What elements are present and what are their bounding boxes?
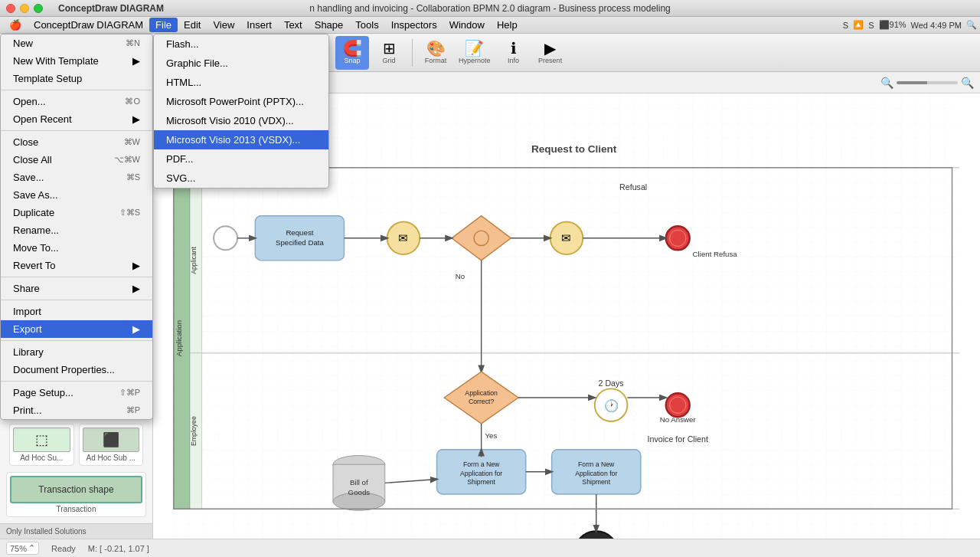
- menu-help[interactable]: Help: [491, 18, 524, 32]
- menu-insert[interactable]: Insert: [240, 18, 278, 32]
- app-name: ConceptDraw DIAGRAM: [58, 3, 164, 14]
- menu-inspectors[interactable]: Inspectors: [385, 18, 443, 32]
- menubar-right-items: S 🔼 S ⬛91% Wed 4:49 PM 🔍: [843, 20, 977, 30]
- menu-file[interactable]: File: [149, 18, 178, 32]
- menu-close[interactable]: Close ⌘W: [1, 133, 152, 151]
- menu-apple[interactable]: 🍎: [3, 18, 28, 32]
- menu-conceptdraw[interactable]: ConceptDraw DIAGRAM: [28, 18, 149, 32]
- menu-window[interactable]: Window: [443, 18, 491, 32]
- hypernote-icon: 📝: [465, 41, 484, 56]
- divider-3: [1, 277, 152, 277]
- arrow-icon: ▶: [132, 55, 140, 67]
- grid-icon: ⊞: [383, 41, 396, 56]
- export-graphic-file[interactable]: Graphic File...: [154, 54, 328, 73]
- zoom-select[interactable]: 75% ⌃: [6, 542, 39, 555]
- zoom-out-icon[interactable]: 🔍: [880, 77, 893, 89]
- svg-text:Applicant: Applicant: [190, 246, 198, 274]
- menu-open[interactable]: Open... ⌘O: [1, 93, 152, 110]
- menu-library[interactable]: Library: [1, 343, 152, 361]
- status-zoom-area: 75% ⌃: [6, 542, 39, 555]
- zoom-chevron-icon: ⌃: [28, 543, 35, 553]
- svg-text:Request: Request: [286, 228, 313, 237]
- svg-text:No Answer: No Answer: [660, 415, 697, 424]
- menu-print[interactable]: Print... ⌘P: [1, 401, 152, 419]
- menu-import[interactable]: Import: [1, 303, 152, 320]
- export-powerpoint[interactable]: Microsoft PowerPoint (PPTX)...: [154, 92, 328, 111]
- menu-edit[interactable]: Edit: [178, 18, 207, 32]
- svg-text:Specified Data: Specified Data: [276, 238, 325, 247]
- lib-transaction: Transaction shape Transaction: [6, 472, 146, 517]
- grid-label: Grid: [383, 57, 396, 64]
- toolbar-hypernote[interactable]: 📝 Hypernote: [456, 36, 494, 70]
- menu-share[interactable]: Share ▶: [1, 280, 152, 297]
- export-html[interactable]: HTML...: [154, 73, 328, 92]
- menu-view[interactable]: View: [207, 18, 240, 32]
- toolbar-present[interactable]: ▶ Present: [534, 36, 567, 70]
- export-svg[interactable]: SVG...: [154, 169, 328, 188]
- installed-solutions-label: Only Installed Solutions: [6, 527, 87, 536]
- menu-page-setup[interactable]: Page Setup... ⇧⌘P: [1, 384, 152, 401]
- menu-save-as[interactable]: Save As...: [1, 186, 152, 204]
- svg-text:Refusal: Refusal: [619, 182, 647, 192]
- toolbar-grid[interactable]: ⊞ Grid: [372, 36, 406, 70]
- svg-text:Application: Application: [465, 389, 498, 397]
- present-label: Present: [538, 57, 562, 64]
- export-visio-2013[interactable]: Microsoft Visio 2013 (VSDX)...: [154, 130, 328, 149]
- open-shortcut: ⌘O: [125, 97, 140, 106]
- menu-open-recent[interactable]: Open Recent ▶: [1, 110, 152, 128]
- zoom-in-icon[interactable]: 🔍: [961, 77, 974, 89]
- menu-rename[interactable]: Rename...: [1, 221, 152, 239]
- menu-save[interactable]: Save... ⌘S: [1, 169, 152, 186]
- menu-tools[interactable]: Tools: [349, 18, 384, 32]
- transaction-icon: Transaction shape: [10, 476, 142, 503]
- menu-revert-to[interactable]: Revert To ▶: [1, 257, 152, 274]
- window-controls[interactable]: [6, 4, 43, 13]
- toolbar-divider-3: [412, 39, 413, 67]
- export-flash[interactable]: Flash...: [154, 34, 328, 54]
- menu-text[interactable]: Text: [278, 18, 309, 32]
- toolbar-format[interactable]: 🎨 Format: [419, 36, 452, 70]
- toolbar-info[interactable]: ℹ Info: [497, 36, 531, 70]
- svg-text:Goods: Goods: [348, 488, 371, 496]
- statusbar: 75% ⌃ Ready M: [ -0.21, 1.07 ]: [0, 539, 980, 557]
- search-menubar-icon[interactable]: 🔍: [966, 20, 977, 30]
- print-shortcut: ⌘P: [126, 405, 140, 415]
- divider-1: [1, 90, 152, 90]
- maximize-window-button[interactable]: [34, 4, 43, 13]
- upload-icon: 🔼: [853, 20, 864, 30]
- menu-export[interactable]: Export ▶: [1, 320, 152, 338]
- snap-icon: 🧲: [343, 41, 362, 56]
- file-menu: New ⌘N New With Template ▶ Template Setu…: [0, 34, 153, 420]
- menu-duplicate[interactable]: Duplicate ⇧⌘S: [1, 204, 152, 221]
- divider-5: [1, 340, 152, 341]
- divider-6: [1, 381, 152, 382]
- menu-new-with-template[interactable]: New With Template ▶: [1, 52, 152, 70]
- svg-text:Shipment: Shipment: [582, 478, 610, 486]
- export-visio-2010[interactable]: Microsoft Visio 2010 (VDX)...: [154, 111, 328, 130]
- menu-close-all[interactable]: Close All ⌥⌘W: [1, 151, 152, 169]
- zoom-slider[interactable]: [897, 81, 958, 84]
- divider-4: [1, 300, 152, 300]
- toolbar-snap[interactable]: 🧲 Snap: [335, 36, 369, 70]
- close-all-shortcut: ⌥⌘W: [114, 155, 140, 165]
- menu-template-setup[interactable]: Template Setup: [1, 70, 152, 87]
- svg-text:Application for: Application for: [575, 470, 617, 477]
- adhoc-sub-icon: ⬛: [83, 428, 140, 452]
- menu-move-to[interactable]: Move To...: [1, 239, 152, 257]
- zoom-area: 🔍 🔍: [880, 77, 974, 89]
- menu-document-properties[interactable]: Document Properties...: [1, 361, 152, 378]
- svg-text:Employee: Employee: [190, 416, 198, 446]
- svg-point-27: [670, 230, 686, 246]
- close-window-button[interactable]: [6, 4, 15, 13]
- lib-adhoc-sub: ⬛ Ad Hoc Sub ...: [79, 424, 144, 466]
- snap-label: Snap: [345, 57, 361, 64]
- sidebar-footer: Only Installed Solutions: [0, 523, 152, 539]
- menu-new[interactable]: New ⌘N: [1, 34, 152, 52]
- coordinates-text: M: [ -0.21, 1.07 ]: [88, 544, 149, 553]
- svg-point-39: [670, 397, 686, 413]
- adhoc-su-label: Ad Hoc Su...: [13, 454, 70, 462]
- menubar: 🍎 ConceptDraw DIAGRAM File Edit View Ins…: [0, 17, 980, 34]
- export-pdf[interactable]: PDF...: [154, 149, 328, 169]
- menu-shape[interactable]: Shape: [309, 18, 350, 32]
- minimize-window-button[interactable]: [20, 4, 29, 13]
